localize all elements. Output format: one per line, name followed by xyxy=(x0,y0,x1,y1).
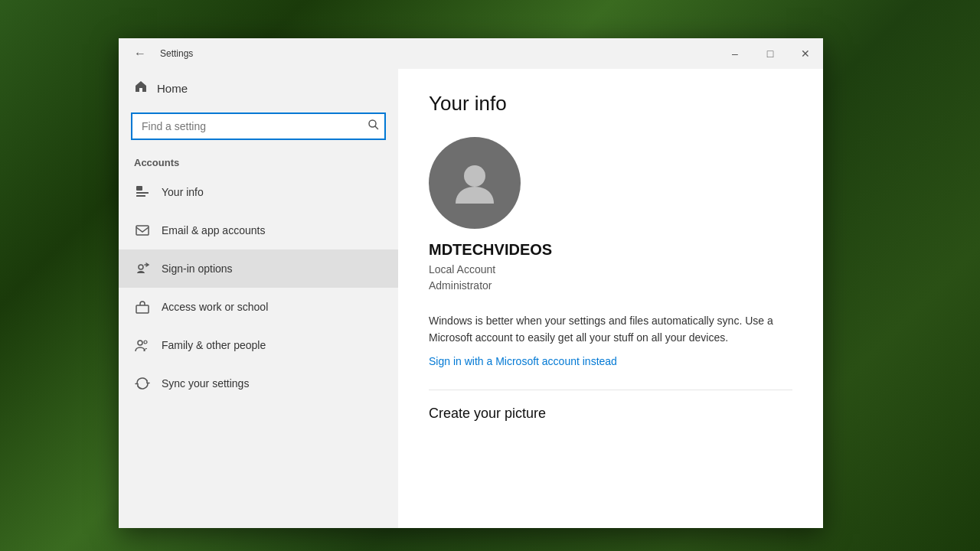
family-label: Family & other people xyxy=(162,339,266,351)
search-input[interactable] xyxy=(131,112,386,140)
sidebar-home[interactable]: Home xyxy=(119,69,398,108)
sync-label: Sync your settings xyxy=(162,377,249,390)
sidebar-item-your-info[interactable]: Your info xyxy=(119,173,398,211)
search-box xyxy=(131,112,386,140)
access-work-icon xyxy=(134,298,151,315)
sync-icon xyxy=(134,375,151,392)
avatar xyxy=(429,137,521,229)
svg-rect-2 xyxy=(136,192,149,194)
section-divider xyxy=(429,390,792,390)
sidebar-item-access-work[interactable]: Access work or school xyxy=(119,288,398,326)
svg-rect-4 xyxy=(136,226,149,235)
sidebar-item-family[interactable]: Family & other people xyxy=(119,326,398,364)
avatar-svg xyxy=(448,156,501,210)
search-button[interactable] xyxy=(368,119,380,134)
sign-in-label: Sign-in options xyxy=(162,262,233,275)
create-picture-title: Create your picture xyxy=(429,406,792,422)
access-work-label: Access work or school xyxy=(162,301,268,313)
avatar-section: MDTECHVIDEOS Local Account Administrator xyxy=(429,137,792,294)
title-bar-controls: – □ ✕ xyxy=(717,38,823,69)
email-app-label: Email & app accounts xyxy=(162,224,265,236)
title-bar-left: ← Settings xyxy=(128,44,193,64)
accounts-section-label: Accounts xyxy=(119,151,398,173)
maximize-button[interactable]: □ xyxy=(753,38,788,69)
settings-window: ← Settings – □ ✕ Home xyxy=(119,38,823,528)
svg-rect-3 xyxy=(136,195,145,197)
microsoft-account-link[interactable]: Sign in with a Microsoft account instead xyxy=(429,355,617,367)
sync-description: Windows is better when your settings and… xyxy=(429,312,781,347)
back-icon[interactable]: ← xyxy=(128,44,152,64)
window-body: Home Accounts xyxy=(119,69,823,528)
svg-rect-1 xyxy=(136,186,142,191)
your-info-icon xyxy=(134,184,151,201)
sidebar: Home Accounts xyxy=(119,69,398,528)
title-bar: ← Settings – □ ✕ xyxy=(119,38,823,69)
your-info-label: Your info xyxy=(162,186,204,198)
sidebar-item-sign-in[interactable]: Sign-in options xyxy=(119,249,398,288)
account-type-line1: Local Account xyxy=(429,262,495,278)
svg-rect-6 xyxy=(136,305,149,313)
home-label: Home xyxy=(157,82,188,95)
account-type-line2: Administrator xyxy=(429,278,492,294)
home-icon xyxy=(134,80,148,97)
sync-info: Windows is better when your settings and… xyxy=(429,312,781,368)
svg-point-8 xyxy=(144,341,147,344)
minimize-button[interactable]: – xyxy=(717,38,753,69)
sidebar-item-email-app[interactable]: Email & app accounts xyxy=(119,211,398,249)
svg-point-5 xyxy=(139,265,143,269)
window-title: Settings xyxy=(160,48,193,59)
page-title: Your info xyxy=(429,92,792,116)
main-content: Your info MDTECHVIDEOS Local Account Adm… xyxy=(398,69,823,528)
sign-in-icon xyxy=(134,260,151,277)
username: MDTECHVIDEOS xyxy=(429,241,552,259)
family-icon xyxy=(134,337,151,354)
svg-point-7 xyxy=(138,341,142,345)
svg-point-9 xyxy=(464,165,485,187)
sidebar-item-sync[interactable]: Sync your settings xyxy=(119,364,398,403)
email-icon xyxy=(134,222,151,239)
close-button[interactable]: ✕ xyxy=(788,38,823,69)
